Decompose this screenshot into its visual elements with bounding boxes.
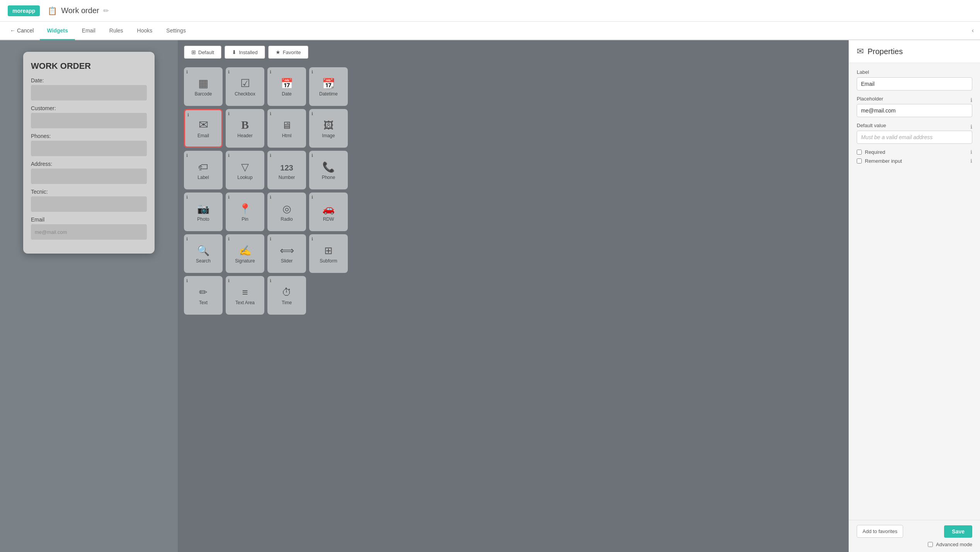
remember-row: Remember input ℹ: [857, 158, 972, 164]
widget-label-checkbox: Checkbox: [235, 91, 255, 97]
widget-info-badge-signature[interactable]: ℹ: [228, 237, 230, 242]
tab-settings[interactable]: Settings: [159, 22, 193, 40]
widget-item-text[interactable]: ℹText: [184, 276, 223, 315]
widget-info-badge-image[interactable]: ℹ: [311, 111, 313, 116]
widget-info-badge-barcode[interactable]: ℹ: [186, 70, 188, 75]
tab-hooks[interactable]: Hooks: [130, 22, 160, 40]
tab-widgets[interactable]: Widgets: [40, 22, 75, 40]
field-date-input: [31, 85, 147, 101]
field-email-input: me@mail.com: [31, 224, 147, 240]
widget-item-textarea[interactable]: ℹText Area: [226, 276, 264, 315]
default-value-info-icon[interactable]: ℹ: [970, 124, 972, 130]
widget-panel: ⊞ Default ⬇ Installed ★ Favorite ℹBarcod…: [178, 40, 849, 552]
datetime-icon: [322, 77, 335, 89]
widget-item-pin[interactable]: ℹPin: [226, 193, 264, 231]
default-icon: ⊞: [191, 49, 196, 55]
widget-item-number[interactable]: ℹNumber: [267, 151, 306, 189]
widget-item-radio[interactable]: ℹRadio: [267, 193, 306, 231]
widget-info-badge-number[interactable]: ℹ: [270, 153, 271, 158]
widget-item-header[interactable]: ℹHeader: [226, 109, 264, 148]
form-title: WORK ORDER: [31, 61, 147, 71]
widget-info-badge-date[interactable]: ℹ: [270, 70, 271, 75]
properties-title: Properties: [868, 47, 903, 56]
widget-item-photo[interactable]: ℹPhoto: [184, 193, 223, 231]
field-email-label: Email: [31, 216, 147, 223]
widget-label-phone: Phone: [322, 175, 335, 180]
widget-item-phone[interactable]: ℹPhone: [309, 151, 348, 189]
widget-info-badge-html[interactable]: ℹ: [270, 111, 271, 116]
remember-info-icon[interactable]: ℹ: [970, 158, 972, 164]
widget-item-barcode[interactable]: ℹBarcode: [184, 67, 223, 106]
widget-label-photo: Photo: [197, 216, 209, 222]
filter-default-button[interactable]: ⊞ Default: [184, 46, 221, 59]
widget-item-slider[interactable]: ℹSlider: [267, 234, 306, 273]
checkbox-icon: [240, 77, 250, 89]
widget-info-badge-textarea[interactable]: ℹ: [228, 278, 230, 283]
placeholder-input[interactable]: [857, 104, 972, 117]
tab-email[interactable]: Email: [75, 22, 102, 40]
widget-item-date[interactable]: ℹDate: [267, 67, 306, 106]
widget-info-badge-lookup[interactable]: ℹ: [228, 153, 230, 158]
field-email: Email me@mail.com: [31, 216, 147, 240]
number-icon: [280, 160, 293, 172]
phone-icon: [322, 160, 335, 172]
widget-label-number: Number: [279, 175, 295, 180]
widget-item-signature[interactable]: ℹSignature: [226, 234, 264, 273]
widget-item-html[interactable]: ℹHtml: [267, 109, 306, 148]
widget-label-barcode: Barcode: [195, 91, 212, 97]
widget-info-badge-photo[interactable]: ℹ: [186, 195, 188, 200]
sub-nav: ← Cancel Widgets Email Rules Hooks Setti…: [0, 22, 980, 40]
widget-item-rdw[interactable]: ℹRDW: [309, 193, 348, 231]
widget-info-badge-header[interactable]: ℹ: [228, 111, 230, 116]
widget-label-header: Header: [237, 133, 252, 138]
default-value-input[interactable]: [857, 131, 972, 144]
widget-item-time[interactable]: ℹTime: [267, 276, 306, 315]
widget-label-search: Search: [196, 258, 211, 264]
nav-collapse-button[interactable]: ‹: [966, 22, 980, 39]
filter-installed-button[interactable]: ⬇ Installed: [225, 46, 265, 59]
field-date: Date:: [31, 77, 147, 101]
widget-item-search[interactable]: ℹSearch: [184, 234, 223, 273]
edit-title-icon[interactable]: ✏: [103, 7, 109, 15]
app-logo[interactable]: moreapp: [8, 5, 40, 16]
field-phones-input: [31, 141, 147, 156]
filter-favorite-button[interactable]: ★ Favorite: [268, 46, 308, 59]
properties-footer: Add to favorites Save Advanced mode: [849, 520, 980, 552]
required-info-icon[interactable]: ℹ: [970, 149, 972, 155]
widget-info-badge-datetime[interactable]: ℹ: [311, 70, 313, 75]
widget-item-lookup[interactable]: ℹLookup: [226, 151, 264, 189]
search-icon: [197, 244, 209, 256]
widget-item-label[interactable]: ℹLabel: [184, 151, 223, 189]
remember-checkbox[interactable]: [857, 158, 862, 164]
widget-label-html: Html: [282, 133, 292, 138]
widget-info-badge-radio[interactable]: ℹ: [270, 195, 271, 200]
widget-info-badge-pin[interactable]: ℹ: [228, 195, 230, 200]
add-favorites-button[interactable]: Add to favorites: [857, 525, 903, 538]
widget-info-badge-label[interactable]: ℹ: [186, 153, 188, 158]
widget-info-badge-checkbox[interactable]: ℹ: [228, 70, 230, 75]
cancel-button[interactable]: ← Cancel: [4, 22, 40, 39]
widget-filter-bar: ⊞ Default ⬇ Installed ★ Favorite: [178, 40, 849, 64]
widget-info-badge-email[interactable]: ℹ: [187, 112, 189, 118]
lookup-icon: [241, 160, 249, 172]
widget-item-datetime[interactable]: ℹDatetime: [309, 67, 348, 106]
widget-item-email[interactable]: ℹEmail: [184, 109, 223, 148]
text-icon: [199, 285, 208, 298]
field-address: Address:: [31, 161, 147, 184]
tab-rules[interactable]: Rules: [102, 22, 130, 40]
widget-info-badge-phone[interactable]: ℹ: [311, 153, 313, 158]
widget-item-subform[interactable]: ℹSubform: [309, 234, 348, 273]
widget-info-badge-subform[interactable]: ℹ: [311, 237, 313, 242]
placeholder-info-icon[interactable]: ℹ: [970, 97, 972, 103]
required-checkbox[interactable]: [857, 150, 862, 155]
label-input[interactable]: [857, 77, 972, 90]
widget-info-badge-time[interactable]: ℹ: [270, 278, 271, 283]
widget-item-image[interactable]: ℹImage: [309, 109, 348, 148]
widget-info-badge-slider[interactable]: ℹ: [270, 237, 271, 242]
widget-item-checkbox[interactable]: ℹCheckbox: [226, 67, 264, 106]
save-button[interactable]: Save: [944, 525, 972, 538]
widget-info-badge-rdw[interactable]: ℹ: [311, 195, 313, 200]
advanced-mode-checkbox[interactable]: [928, 542, 933, 547]
widget-info-badge-search[interactable]: ℹ: [186, 237, 188, 242]
widget-info-badge-text[interactable]: ℹ: [186, 278, 188, 283]
